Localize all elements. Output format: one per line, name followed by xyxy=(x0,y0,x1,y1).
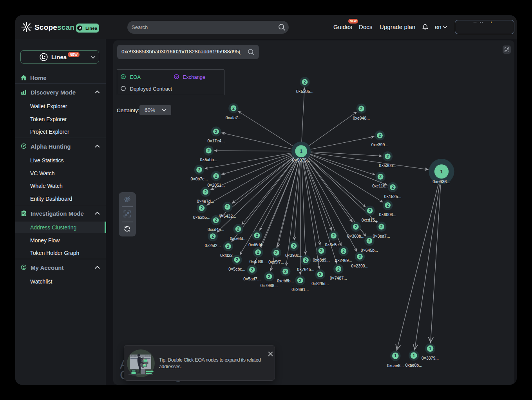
svg-text:0×25f2...: 0×25f2... xyxy=(205,243,221,248)
svg-text:0×4e7d...: 0×4e7d... xyxy=(197,199,214,204)
svg-text:0×2390...: 0×2390... xyxy=(351,264,368,268)
svg-text:2: 2 xyxy=(257,250,259,255)
svg-text:0×4d39...: 0×4d39... xyxy=(250,259,267,264)
svg-text:0×5cbc...: 0×5cbc... xyxy=(228,267,245,271)
svg-text:0×0b7e...: 0×0b7e... xyxy=(191,176,208,181)
svg-text:0×7487...: 0×7487... xyxy=(330,276,347,280)
svg-text:2: 2 xyxy=(204,189,207,194)
svg-text:1: 1 xyxy=(300,148,302,154)
svg-text:2: 2 xyxy=(208,148,210,153)
svg-text:0×3ea7...: 0×3ea7... xyxy=(373,234,390,238)
svg-text:2: 2 xyxy=(386,154,389,159)
svg-text:0×3379...: 0×3379... xyxy=(422,356,439,360)
svg-text:2: 2 xyxy=(198,167,201,172)
svg-text:2: 2 xyxy=(379,174,382,179)
svg-text:2: 2 xyxy=(355,224,357,229)
svg-text:0xb5f7...: 0xb5f7... xyxy=(268,260,284,264)
svg-text:2: 2 xyxy=(251,267,253,272)
svg-text:0×398c...: 0×398c... xyxy=(285,253,302,258)
svg-text:2: 2 xyxy=(268,274,270,279)
svg-text:2: 2 xyxy=(275,250,277,255)
svg-text:0xeb8b...: 0xeb8b... xyxy=(277,278,294,283)
svg-text:2: 2 xyxy=(201,205,203,210)
svg-text:2: 2 xyxy=(319,272,321,277)
svg-text:0×5a05...: 0×5a05... xyxy=(296,89,313,94)
svg-text:0×62b5...: 0×62b5... xyxy=(193,215,210,220)
svg-text:0xc116...: 0xc116... xyxy=(372,184,389,188)
svg-text:2: 2 xyxy=(358,254,361,259)
svg-text:2: 2 xyxy=(215,129,217,134)
svg-text:2: 2 xyxy=(378,133,381,138)
svg-text:2: 2 xyxy=(392,185,394,189)
svg-text:2: 2 xyxy=(236,257,238,262)
svg-text:2: 2 xyxy=(304,80,306,84)
svg-text:0×2691...: 0×2691... xyxy=(291,287,309,292)
svg-text:0xe936...: 0xe936... xyxy=(432,179,450,184)
svg-text:1: 1 xyxy=(429,346,431,351)
svg-text:2: 2 xyxy=(212,234,214,238)
svg-text:0xd6dd...: 0xd6dd... xyxy=(248,242,265,247)
svg-text:2: 2 xyxy=(360,106,362,111)
svg-text:2: 2 xyxy=(226,204,229,209)
svg-text:0×17e4...: 0×17e4... xyxy=(208,138,225,143)
svg-text:0xcd45...: 0xcd45... xyxy=(208,227,224,232)
svg-text:2: 2 xyxy=(387,203,389,207)
svg-text:2: 2 xyxy=(337,267,340,271)
svg-text:2: 2 xyxy=(237,227,239,231)
svg-text:0xd8d9...: 0xd8d9... xyxy=(313,258,329,262)
svg-text:0×360b...: 0×360b... xyxy=(347,234,364,238)
svg-text:0xe399...: 0xe399... xyxy=(371,142,388,147)
svg-text:2: 2 xyxy=(256,233,258,238)
svg-text:0xafa7...: 0xafa7... xyxy=(226,115,241,120)
svg-text:0×645b...: 0×645b... xyxy=(361,248,378,253)
svg-text:0×5ad7...: 0×5ad7... xyxy=(243,276,261,281)
svg-text:0xcd15...: 0xcd15... xyxy=(362,218,378,222)
svg-text:0×826d...: 0×826d... xyxy=(311,281,329,286)
svg-text:0xce8d...: 0xce8d... xyxy=(230,236,247,241)
svg-text:0×5abb...: 0×5abb... xyxy=(200,157,217,162)
svg-text:0xae0b...: 0xae0b... xyxy=(405,363,422,367)
svg-text:2: 2 xyxy=(342,249,345,253)
svg-text:0×1525...: 0×1525... xyxy=(384,194,401,199)
svg-text:0×3e5e...: 0×3e5e... xyxy=(325,242,342,247)
svg-text:0×6006...: 0×6006... xyxy=(379,212,396,217)
svg-text:0×764b...: 0×764b... xyxy=(297,267,314,272)
svg-text:0×6432...: 0×6432... xyxy=(219,214,236,218)
svg-text:2: 2 xyxy=(284,269,287,274)
svg-text:2: 2 xyxy=(293,244,295,248)
svg-text:2: 2 xyxy=(215,174,217,178)
svg-text:0×2469...: 0×2469... xyxy=(335,258,352,263)
svg-text:0×2051...: 0×2051... xyxy=(208,183,225,187)
svg-text:2: 2 xyxy=(320,248,322,253)
svg-text:2: 2 xyxy=(215,218,217,222)
svg-text:0×530b...: 0×530b... xyxy=(379,163,396,168)
svg-text:2: 2 xyxy=(232,106,235,111)
svg-text:1: 1 xyxy=(394,353,396,358)
svg-text:2: 2 xyxy=(368,238,371,243)
svg-text:2: 2 xyxy=(333,233,335,238)
svg-text:1: 1 xyxy=(413,353,415,358)
svg-text:2: 2 xyxy=(380,224,383,229)
svg-text:2: 2 xyxy=(227,244,229,249)
svg-text:1: 1 xyxy=(440,169,443,175)
svg-text:0xcae8...: 0xcae8... xyxy=(387,363,404,368)
svg-text:0xe948...: 0xe948... xyxy=(353,116,370,120)
svg-text:2: 2 xyxy=(299,278,301,283)
svg-text:2: 2 xyxy=(304,258,307,262)
svg-text:2: 2 xyxy=(369,208,371,213)
svg-text:0×5075...: 0×5075... xyxy=(292,158,310,162)
svg-text:0×7988...: 0×7988... xyxy=(261,283,278,288)
